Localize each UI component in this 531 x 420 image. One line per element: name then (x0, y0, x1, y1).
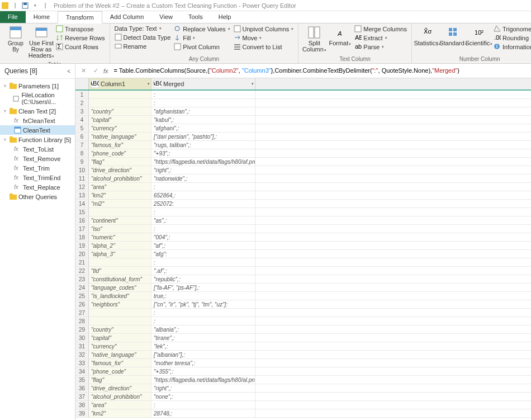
use-headers-button[interactable]: Use First Row as Headers▾ (29, 25, 54, 60)
filter-icon[interactable]: ▾ (148, 82, 150, 86)
count-rows-button[interactable]: ΣCount Rows (55, 43, 106, 51)
table-row[interactable]: 31"currency""lek",: (75, 342, 531, 351)
formula-text[interactable]: = Table.CombineColumns(Source,{"Column2"… (112, 66, 528, 75)
query-item[interactable]: fxText_TrimEnd (0, 173, 75, 182)
type-icon[interactable]: ABC (154, 80, 162, 88)
table-row[interactable]: 15: (75, 208, 531, 216)
table-row[interactable]: 27: (75, 309, 531, 317)
detect-type-button[interactable]: Detect Data Type (113, 33, 172, 41)
tab-help[interactable]: Help (211, 11, 239, 23)
data-type-button[interactable]: Data Type: Text▾ (113, 25, 172, 32)
format-button[interactable]: AFormat▾ (328, 25, 352, 48)
table-row[interactable]: 14"mi2"252072: (75, 200, 531, 208)
table-row[interactable]: 7"famous_for""rugs, taliban",: (75, 141, 531, 149)
query-item[interactable]: FileLocation (C:\Users\I... (0, 91, 75, 106)
transpose-button[interactable]: Transpose (55, 25, 106, 33)
column-header-1[interactable]: ABCColumn1▾ (89, 78, 151, 89)
extract-button[interactable]: ABCExtract▾ (353, 34, 408, 42)
table-row[interactable]: 8"phone_code""+93",: (75, 149, 531, 158)
table-row[interactable]: 38"area": (75, 401, 531, 409)
table-row[interactable]: 5"currency""afghani",: (75, 124, 531, 133)
replace-values-button[interactable]: Replace Values▾ (173, 25, 231, 33)
column-header-2[interactable]: ABCMerged▾ (151, 78, 255, 89)
trig-button[interactable]: Trigonometry▾ (492, 25, 531, 33)
statistics-button[interactable]: X̄σStatistics▾ (415, 25, 440, 48)
table-row[interactable]: 21: (75, 258, 531, 267)
table-row[interactable]: 33"famous_for""mother teresa",: (75, 359, 531, 367)
query-item[interactable]: fxText_Replace (0, 182, 75, 192)
reverse-rows-button[interactable]: Reverse Rows (55, 34, 106, 42)
fill-button[interactable]: Fill▾ (173, 34, 231, 42)
queries-header[interactable]: Queries [8]< (0, 64, 75, 79)
table-row[interactable]: 25"is_landlocked"true,: (75, 292, 531, 300)
query-item[interactable]: fxText_Remove (0, 154, 75, 163)
table-row[interactable]: 17"iso": (75, 225, 531, 233)
formula-cancel[interactable]: ✕ (79, 67, 88, 75)
tab-view[interactable]: View (151, 11, 181, 23)
query-item[interactable]: ▿Clean Text [2] (0, 106, 75, 116)
table-row[interactable]: 10"drive_direction""right",: (75, 166, 531, 174)
table-row[interactable]: 22"tld"".af",: (75, 267, 531, 275)
table-row[interactable]: 3"country""afghanistan",: (75, 107, 531, 116)
standard-button[interactable]: Standard▾ (441, 25, 466, 48)
tab-home[interactable]: Home (26, 11, 58, 23)
table-row[interactable]: 9"flag""https://flagpedia.net/data/flags… (75, 158, 531, 166)
table-row[interactable]: 39"km2"28748,: (75, 409, 531, 418)
table-row[interactable]: 29"country""albania",: (75, 325, 531, 334)
tab-transform[interactable]: Transform (58, 11, 102, 23)
query-item[interactable]: ▿Parameters [1] (0, 81, 75, 91)
table-row[interactable]: 36"drive_direction""right",: (75, 384, 531, 393)
table-row[interactable]: 32"native_language"["albanian"],: (75, 351, 531, 359)
query-item[interactable]: CleanText (0, 125, 75, 135)
table-row[interactable]: 4"capital""kabul",: (75, 116, 531, 124)
filter-icon[interactable]: ▾ (252, 82, 254, 86)
table-row[interactable]: 2: (75, 99, 531, 107)
table-row[interactable]: 16"continent""as",: (75, 216, 531, 225)
pivot-button[interactable]: Pivot Column (173, 43, 231, 51)
table-row[interactable]: 26"neighbors"["cn", "ir", "pk", "tj", "t… (75, 300, 531, 309)
fx-icon[interactable]: fx (103, 68, 108, 74)
group-by-button[interactable]: Group By (3, 25, 28, 54)
table-row[interactable]: 34"phone_code""+355",: (75, 367, 531, 376)
tab-file[interactable]: File (0, 11, 26, 23)
unpivot-button[interactable]: Unpivot Columns▾ (233, 25, 295, 33)
qat-dropdown[interactable]: ▾ (31, 2, 39, 10)
table-row[interactable]: 12"area": (75, 183, 531, 191)
table-row[interactable]: 30"capital""tirane",: (75, 334, 531, 342)
tab-add-column[interactable]: Add Column (102, 11, 152, 23)
table-row[interactable]: 37"alcohol_prohibition""none",: (75, 393, 531, 401)
table-row[interactable]: 23"constitutional_form""republic",: (75, 275, 531, 284)
table-row[interactable]: 13"km2"652864,: (75, 191, 531, 200)
information-button[interactable]: iInformation▾ (492, 43, 531, 51)
table-row[interactable]: 28: (75, 317, 531, 325)
query-item[interactable]: ▿Function Library [5] (0, 135, 75, 144)
rename-button[interactable]: Rename (113, 42, 172, 50)
table-row[interactable]: 20"alpha_3""afg": (75, 250, 531, 258)
table-row[interactable]: 18"numeric""004",: (75, 233, 531, 242)
table-row[interactable]: 24"language_codes"["fa-AF", "ps-AF"],: (75, 284, 531, 292)
scientific-button[interactable]: 10²Scientific▾ (467, 25, 491, 48)
formula-commit[interactable]: ✓ (91, 67, 100, 75)
table-row[interactable]: 35"flag""https://flagpedia.net/data/flag… (75, 376, 531, 384)
select-all-corner[interactable] (75, 78, 89, 89)
table-row[interactable]: 19"alpha_2""af",: (75, 242, 531, 250)
query-item[interactable]: fxText_Trim (0, 163, 75, 173)
type-icon[interactable]: ABC (91, 80, 99, 88)
merge-columns-button[interactable]: Merge Columns (353, 25, 408, 33)
table-row[interactable]: 1: (75, 91, 531, 99)
collapse-icon[interactable]: < (67, 68, 70, 74)
table-row[interactable]: 6"native_language"["dari persian", "pash… (75, 133, 531, 141)
rounding-button[interactable]: .00Rounding▾ (492, 34, 531, 42)
query-item[interactable]: Other Queries (0, 192, 75, 201)
data-grid[interactable]: ABCColumn1▾ ABCMerged▾ 1:2:3"country""af… (75, 78, 531, 420)
convert-list-button[interactable]: Convert to List (233, 43, 295, 51)
move-button[interactable]: Move▾ (233, 34, 295, 42)
svg-rect-48 (10, 195, 17, 200)
query-item[interactable]: fxfxCleanText (0, 116, 75, 125)
table-row[interactable]: 11"alcohol_prohibition""nationwide",: (75, 174, 531, 183)
tab-tools[interactable]: Tools (181, 11, 211, 23)
parse-button[interactable]: abcParse▾ (353, 43, 408, 51)
save-icon[interactable] (21, 2, 29, 10)
query-item[interactable]: fxText_ToList (0, 144, 75, 154)
split-column-button[interactable]: Split Column▾ (302, 25, 326, 54)
